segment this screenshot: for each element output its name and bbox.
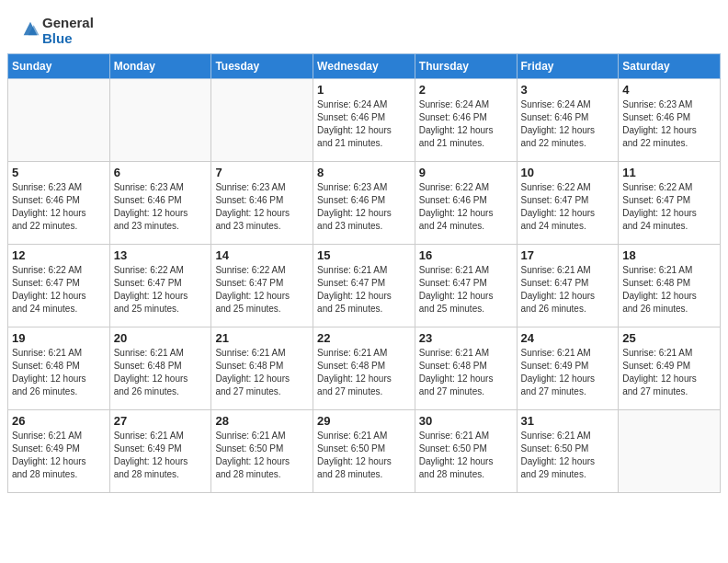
calendar-day-cell: 18Sunrise: 6:21 AMSunset: 6:48 PMDayligh… — [619, 245, 721, 327]
calendar-day-cell: 13Sunrise: 6:22 AMSunset: 6:47 PMDayligh… — [109, 245, 211, 327]
calendar-day-cell: 2Sunrise: 6:24 AMSunset: 6:46 PMDaylight… — [415, 79, 517, 162]
day-number: 20 — [114, 331, 208, 345]
day-info: Sunrise: 6:21 AMSunset: 6:49 PMDaylight:… — [622, 347, 716, 398]
day-number: 6 — [114, 166, 208, 179]
day-info: Sunrise: 6:22 AMSunset: 6:47 PMDaylight:… — [521, 181, 615, 233]
day-number: 17 — [521, 248, 615, 262]
day-of-week-header: Tuesday — [211, 54, 313, 79]
day-info: Sunrise: 6:24 AMSunset: 6:46 PMDaylight:… — [419, 98, 513, 150]
day-number: 18 — [622, 248, 716, 262]
day-info: Sunrise: 6:23 AMSunset: 6:46 PMDaylight:… — [317, 181, 411, 233]
day-of-week-header: Sunday — [8, 54, 110, 79]
calendar-day-cell: 15Sunrise: 6:21 AMSunset: 6:47 PMDayligh… — [313, 245, 415, 327]
day-info: Sunrise: 6:21 AMSunset: 6:49 PMDaylight:… — [521, 347, 615, 398]
day-info: Sunrise: 6:21 AMSunset: 6:47 PMDaylight:… — [419, 264, 513, 316]
day-number: 22 — [317, 331, 411, 345]
calendar-day-cell: 7Sunrise: 6:23 AMSunset: 6:46 PMDaylight… — [211, 162, 313, 245]
day-number: 30 — [419, 414, 513, 428]
day-of-week-header: Saturday — [619, 54, 721, 79]
day-number: 31 — [521, 414, 615, 428]
calendar-day-cell: 14Sunrise: 6:22 AMSunset: 6:47 PMDayligh… — [211, 245, 313, 327]
day-info: Sunrise: 6:21 AMSunset: 6:48 PMDaylight:… — [215, 347, 309, 398]
day-number: 7 — [215, 166, 309, 179]
day-of-week-header: Thursday — [415, 54, 517, 79]
day-info: Sunrise: 6:21 AMSunset: 6:50 PMDaylight:… — [419, 430, 513, 481]
day-number: 28 — [215, 414, 309, 428]
day-number: 9 — [419, 166, 513, 179]
calendar-week-row: 26Sunrise: 6:21 AMSunset: 6:49 PMDayligh… — [8, 410, 721, 493]
calendar-day-cell: 27Sunrise: 6:21 AMSunset: 6:49 PMDayligh… — [109, 410, 211, 493]
day-info: Sunrise: 6:23 AMSunset: 6:46 PMDaylight:… — [114, 181, 208, 233]
day-info: Sunrise: 6:22 AMSunset: 6:47 PMDaylight:… — [215, 264, 309, 316]
day-number: 14 — [215, 248, 309, 262]
day-info: Sunrise: 6:24 AMSunset: 6:46 PMDaylight:… — [317, 98, 411, 150]
day-info: Sunrise: 6:21 AMSunset: 6:50 PMDaylight:… — [215, 430, 309, 481]
day-number: 11 — [622, 166, 716, 179]
day-info: Sunrise: 6:21 AMSunset: 6:48 PMDaylight:… — [317, 347, 411, 398]
calendar-day-cell: 31Sunrise: 6:21 AMSunset: 6:50 PMDayligh… — [517, 410, 619, 493]
day-number: 10 — [521, 166, 615, 179]
day-info: Sunrise: 6:23 AMSunset: 6:46 PMDaylight:… — [215, 181, 309, 233]
day-number: 1 — [317, 83, 411, 97]
day-info: Sunrise: 6:22 AMSunset: 6:47 PMDaylight:… — [12, 264, 106, 316]
calendar-day-cell: 26Sunrise: 6:21 AMSunset: 6:49 PMDayligh… — [8, 410, 110, 493]
day-number: 15 — [317, 248, 411, 262]
calendar-day-cell: 1Sunrise: 6:24 AMSunset: 6:46 PMDaylight… — [313, 79, 415, 162]
day-number: 25 — [622, 331, 716, 345]
day-number: 3 — [521, 83, 615, 97]
day-info: Sunrise: 6:21 AMSunset: 6:48 PMDaylight:… — [419, 347, 513, 398]
calendar-day-cell: 29Sunrise: 6:21 AMSunset: 6:50 PMDayligh… — [313, 410, 415, 493]
day-number: 24 — [521, 331, 615, 345]
logo: General Blue — [18, 15, 94, 46]
day-number: 23 — [419, 331, 513, 345]
calendar-day-cell: 8Sunrise: 6:23 AMSunset: 6:46 PMDaylight… — [313, 162, 415, 245]
day-info: Sunrise: 6:21 AMSunset: 6:48 PMDaylight:… — [114, 347, 208, 398]
day-info: Sunrise: 6:21 AMSunset: 6:48 PMDaylight:… — [12, 347, 106, 398]
calendar-day-cell: 25Sunrise: 6:21 AMSunset: 6:49 PMDayligh… — [619, 327, 721, 410]
day-number: 27 — [114, 414, 208, 428]
day-number: 4 — [622, 83, 716, 97]
calendar-day-cell — [109, 79, 211, 162]
calendar-day-cell: 10Sunrise: 6:22 AMSunset: 6:47 PMDayligh… — [517, 162, 619, 245]
calendar-day-cell: 30Sunrise: 6:21 AMSunset: 6:50 PMDayligh… — [415, 410, 517, 493]
calendar-week-row: 1Sunrise: 6:24 AMSunset: 6:46 PMDaylight… — [8, 79, 721, 162]
calendar-day-cell: 16Sunrise: 6:21 AMSunset: 6:47 PMDayligh… — [415, 245, 517, 327]
calendar-day-cell — [8, 79, 110, 162]
calendar-day-cell — [619, 410, 721, 493]
day-info: Sunrise: 6:21 AMSunset: 6:48 PMDaylight:… — [622, 264, 716, 316]
calendar-day-cell: 22Sunrise: 6:21 AMSunset: 6:48 PMDayligh… — [313, 327, 415, 410]
calendar-header-row: SundayMondayTuesdayWednesdayThursdayFrid… — [8, 54, 721, 79]
day-info: Sunrise: 6:23 AMSunset: 6:46 PMDaylight:… — [622, 98, 716, 150]
logo-icon — [20, 18, 40, 39]
calendar-day-cell: 17Sunrise: 6:21 AMSunset: 6:47 PMDayligh… — [517, 245, 619, 327]
calendar-day-cell: 28Sunrise: 6:21 AMSunset: 6:50 PMDayligh… — [211, 410, 313, 493]
calendar-day-cell: 3Sunrise: 6:24 AMSunset: 6:46 PMDaylight… — [517, 79, 619, 162]
day-number: 13 — [114, 248, 208, 262]
calendar-day-cell — [211, 79, 313, 162]
day-of-week-header: Monday — [109, 54, 211, 79]
day-info: Sunrise: 6:22 AMSunset: 6:47 PMDaylight:… — [114, 264, 208, 316]
day-of-week-header: Wednesday — [313, 54, 415, 79]
calendar-day-cell: 6Sunrise: 6:23 AMSunset: 6:46 PMDaylight… — [109, 162, 211, 245]
day-number: 12 — [12, 248, 106, 262]
calendar-table: SundayMondayTuesdayWednesdayThursdayFrid… — [7, 53, 721, 493]
day-of-week-header: Friday — [517, 54, 619, 79]
day-info: Sunrise: 6:22 AMSunset: 6:46 PMDaylight:… — [419, 181, 513, 233]
logo-general-text: General — [42, 15, 94, 30]
day-info: Sunrise: 6:21 AMSunset: 6:50 PMDaylight:… — [317, 430, 411, 481]
page-header: General Blue — [0, 0, 728, 53]
calendar-day-cell: 19Sunrise: 6:21 AMSunset: 6:48 PMDayligh… — [8, 327, 110, 410]
calendar-week-row: 5Sunrise: 6:23 AMSunset: 6:46 PMDaylight… — [8, 162, 721, 245]
day-info: Sunrise: 6:23 AMSunset: 6:46 PMDaylight:… — [12, 181, 106, 233]
day-number: 5 — [12, 166, 106, 179]
day-number: 2 — [419, 83, 513, 97]
calendar-day-cell: 21Sunrise: 6:21 AMSunset: 6:48 PMDayligh… — [211, 327, 313, 410]
day-info: Sunrise: 6:21 AMSunset: 6:47 PMDaylight:… — [317, 264, 411, 316]
day-number: 21 — [215, 331, 309, 345]
calendar-day-cell: 11Sunrise: 6:22 AMSunset: 6:47 PMDayligh… — [619, 162, 721, 245]
day-info: Sunrise: 6:21 AMSunset: 6:49 PMDaylight:… — [114, 430, 208, 481]
calendar-day-cell: 20Sunrise: 6:21 AMSunset: 6:48 PMDayligh… — [109, 327, 211, 410]
calendar-day-cell: 5Sunrise: 6:23 AMSunset: 6:46 PMDaylight… — [8, 162, 110, 245]
day-info: Sunrise: 6:21 AMSunset: 6:49 PMDaylight:… — [12, 430, 106, 481]
day-number: 26 — [12, 414, 106, 428]
